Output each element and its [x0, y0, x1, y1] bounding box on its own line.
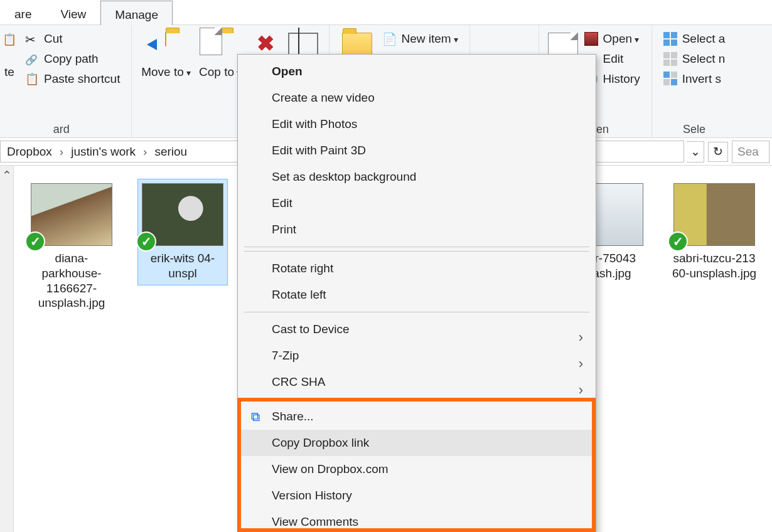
ctx-label: CRC SHA: [272, 375, 326, 389]
ctx-label: Create a new video: [272, 91, 375, 105]
invert-selection-button[interactable]: Invert s: [661, 70, 728, 88]
cut-label: Cut: [44, 31, 63, 46]
ctx-edit[interactable]: Edit: [238, 190, 596, 216]
sync-ok-icon: ✓: [136, 231, 156, 252]
paste-shortcut-button[interactable]: Paste shortcut: [23, 70, 122, 88]
ctx-rotate-left[interactable]: Rotate left: [238, 282, 596, 308]
ctx-print[interactable]: Print: [238, 216, 596, 243]
ctx-dropbox-share[interactable]: ⧉ Share...: [238, 403, 596, 430]
open-button[interactable]: Open: [582, 30, 643, 48]
clipboard-icon: [25, 72, 39, 85]
open-label: Open: [603, 31, 639, 46]
tab-label: Manage: [115, 8, 158, 22]
file-item[interactable]: ✓ diana-parkhouse-1166627-unsplash.jpg: [29, 183, 114, 311]
move-to-button[interactable]: Move to: [141, 30, 191, 82]
file-item[interactable]: ✓ sabri-tuzcu-213 60-unsplash.jpg: [672, 183, 757, 281]
address-history-dropdown[interactable]: ⌄: [687, 141, 704, 162]
copy-to-label: Cop to: [199, 65, 241, 79]
breadcrumb-part[interactable]: seriou: [154, 145, 187, 159]
ribbon-group-clipboard: te Cut Copy path Paste shortcut ard: [0, 25, 132, 137]
paste-label: te: [4, 65, 14, 79]
sync-ok-icon: ✓: [25, 231, 45, 252]
ctx-7zip[interactable]: 7-Zip: [238, 343, 596, 369]
folder-move-icon: [151, 33, 181, 63]
tab-manage[interactable]: Manage: [100, 1, 173, 25]
ctx-separator: [244, 251, 589, 252]
select-none-label: Select n: [682, 51, 726, 66]
new-item-label: New item: [401, 31, 458, 46]
ribbon-group-title: ard: [0, 120, 122, 136]
ctx-crc-sha[interactable]: CRC SHA: [238, 369, 596, 395]
paste-button[interactable]: te: [0, 30, 19, 82]
clipboard-icon: [0, 33, 24, 63]
file-item[interactable]: ✓ erik-wits 04-unspl: [138, 179, 227, 285]
tab-share[interactable]: are: [0, 0, 46, 24]
search-input[interactable]: Sea: [732, 141, 769, 163]
path-icon: [25, 52, 39, 66]
ctx-separator: [244, 399, 589, 400]
ctx-label: Edit with Paint 3D: [272, 144, 366, 157]
ctx-separator: [244, 247, 589, 247]
folder-copy-icon: [205, 33, 235, 63]
ribbon-group-title: Sele: [661, 120, 728, 136]
ctx-set-background[interactable]: Set as desktop background: [238, 164, 596, 190]
ctx-rotate-right[interactable]: Rotate right: [238, 255, 596, 282]
cut-button[interactable]: Cut: [23, 30, 122, 48]
file-thumbnail: ✓: [142, 183, 223, 246]
ctx-cast[interactable]: Cast to Device: [238, 316, 596, 343]
ribbon-group-select: Select a Select n Invert s Sele: [652, 25, 737, 137]
select-none-icon: [663, 52, 677, 66]
ctx-view-on-dropbox[interactable]: View on Dropbox.com: [238, 456, 596, 482]
select-all-button[interactable]: Select a: [661, 30, 728, 48]
sync-ok-icon: ✓: [668, 231, 688, 252]
ctx-label: Edit with Photos: [272, 117, 357, 131]
ctx-label: 7-Zip: [272, 349, 299, 363]
ctx-label: View on Dropbox.com: [272, 462, 389, 476]
ctx-copy-dropbox-link[interactable]: Copy Dropbox link: [238, 430, 596, 456]
tab-view[interactable]: View: [46, 0, 100, 24]
ctx-label: Version History: [272, 489, 352, 503]
file-name: diana-parkhouse-1166627-unsplash.jpg: [29, 251, 114, 311]
select-all-label: Select a: [682, 31, 726, 46]
history-label: History: [603, 72, 640, 87]
ctx-label: Share...: [272, 410, 314, 423]
ctx-label: View Comments: [272, 515, 358, 529]
refresh-icon: ↻: [713, 144, 723, 159]
breadcrumb-part[interactable]: Dropbox: [7, 145, 52, 159]
ctx-edit-photos[interactable]: Edit with Photos: [238, 111, 596, 137]
ctx-create-video[interactable]: Create a new video: [238, 85, 596, 111]
copy-path-label: Copy path: [44, 51, 99, 66]
ctx-open[interactable]: Open: [238, 58, 596, 85]
invert-label: Invert s: [682, 72, 721, 87]
invert-icon: [663, 72, 677, 85]
ctx-label: Copy Dropbox link: [272, 436, 369, 450]
file-thumbnail: ✓: [31, 183, 112, 246]
context-menu: Open Create a new video Edit with Photos…: [237, 54, 596, 532]
copy-path-button[interactable]: Copy path: [23, 50, 122, 68]
file-thumbnail: ✓: [673, 183, 755, 246]
refresh-button[interactable]: ↻: [708, 142, 728, 162]
scissors-icon: [25, 32, 39, 46]
scroll-up-icon: ⌃: [2, 168, 12, 532]
file-name: erik-wits 04-unspl: [142, 251, 223, 281]
ctx-label: Print: [272, 223, 296, 237]
breadcrumb-separator: [56, 145, 67, 159]
edit-label: Edit: [603, 51, 624, 66]
tab-strip: are View Manage: [0, 0, 772, 25]
ctx-label: Rotate right: [272, 262, 333, 275]
breadcrumb-part[interactable]: justin's work: [71, 145, 136, 159]
ctx-view-comments[interactable]: View Comments: [238, 509, 596, 532]
new-item-button[interactable]: 📄 New item: [380, 30, 460, 48]
breadcrumb-separator: [139, 145, 151, 159]
vertical-scrollbar[interactable]: ⌃: [0, 166, 14, 532]
file-name: sabri-tuzcu-213 60-unsplash.jpg: [672, 251, 757, 281]
new-item-icon: 📄: [382, 32, 396, 46]
ctx-version-history[interactable]: Version History: [238, 482, 596, 509]
dropbox-icon: ⧉: [248, 409, 263, 424]
select-none-button[interactable]: Select n: [661, 50, 728, 68]
ctx-label: Set as desktop background: [272, 170, 416, 184]
ctx-label: Cast to Device: [272, 322, 350, 336]
ctx-separator: [244, 312, 589, 312]
ctx-edit-paint3d[interactable]: Edit with Paint 3D: [238, 137, 596, 164]
select-all-icon: [663, 32, 677, 46]
